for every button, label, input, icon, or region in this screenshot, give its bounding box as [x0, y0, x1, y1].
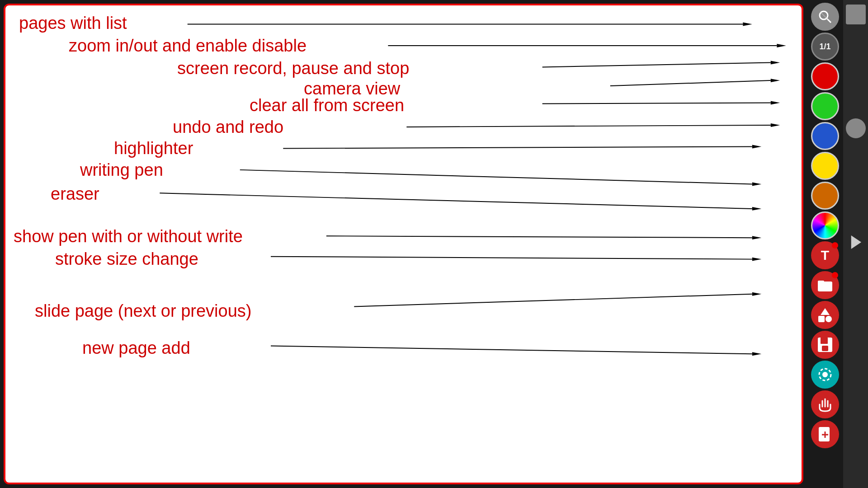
undo-label: undo and redo: [173, 117, 283, 137]
svg-marker-9: [771, 101, 780, 105]
svg-line-14: [240, 170, 752, 184]
search-button[interactable]: [811, 3, 839, 31]
svg-marker-13: [752, 145, 761, 148]
save-icon: [816, 336, 834, 354]
new-page-label: new page add: [82, 338, 190, 358]
add-page-icon: [816, 425, 834, 443]
writing-pen-label: writing pen: [80, 160, 163, 180]
svg-line-22: [354, 294, 752, 307]
svg-rect-32: [818, 316, 825, 322]
text-icon: T: [821, 248, 829, 263]
svg-marker-19: [752, 236, 761, 239]
screen-record-label: screen record, pause and stop: [177, 59, 409, 78]
palette-color-button[interactable]: [811, 211, 839, 239]
shapes-button[interactable]: [811, 301, 839, 329]
folder-notif-dot: [832, 272, 838, 278]
settings-button[interactable]: [811, 361, 839, 389]
svg-rect-36: [822, 346, 828, 351]
hand-button[interactable]: [811, 390, 839, 418]
svg-marker-3: [777, 44, 786, 47]
svg-point-33: [826, 316, 832, 322]
svg-line-24: [271, 346, 752, 354]
eraser-label: eraser: [51, 184, 99, 204]
add-page-button[interactable]: [811, 420, 839, 448]
canvas-area: pages with list zoom in/out and enable d…: [4, 4, 803, 484]
svg-line-8: [542, 103, 771, 104]
save-button[interactable]: [811, 331, 839, 359]
svg-rect-30: [818, 281, 824, 283]
zoom-label: zoom in/out and enable disable: [69, 36, 307, 56]
svg-marker-31: [821, 308, 830, 315]
play-back-button[interactable]: [846, 232, 866, 252]
svg-marker-7: [771, 79, 780, 82]
svg-marker-17: [752, 207, 761, 211]
page-counter: 1/1: [811, 33, 839, 61]
orange-color-button[interactable]: [811, 182, 839, 210]
svg-line-6: [610, 80, 771, 86]
svg-marker-23: [752, 292, 761, 296]
svg-marker-25: [752, 352, 761, 356]
shapes-icon: [816, 306, 834, 324]
svg-marker-21: [752, 258, 761, 261]
gray-circle-control[interactable]: [846, 118, 866, 138]
svg-marker-15: [752, 183, 761, 186]
folder-icon: [816, 276, 834, 294]
svg-line-18: [326, 236, 752, 238]
pages-with-list-label: pages with list: [19, 14, 127, 33]
slide-page-label: slide page (next or previous): [35, 301, 251, 321]
text-button[interactable]: T: [811, 241, 839, 269]
text-notif-dot: [832, 242, 838, 249]
svg-line-12: [283, 146, 752, 148]
svg-rect-35: [821, 338, 828, 344]
red-color-button[interactable]: [811, 62, 839, 90]
settings-icon: [816, 366, 834, 384]
svg-marker-1: [743, 23, 752, 26]
svg-marker-11: [771, 123, 780, 127]
highlighter-label: highlighter: [114, 139, 193, 158]
folder-button[interactable]: [811, 271, 839, 299]
side-controls: [843, 0, 868, 488]
svg-marker-5: [771, 61, 780, 65]
right-toolbar: 1/1 T: [807, 0, 843, 488]
svg-marker-42: [851, 235, 861, 249]
svg-line-16: [160, 193, 752, 209]
stroke-label: stroke size change: [55, 249, 198, 269]
gray-square-control[interactable]: [846, 5, 866, 24]
clear-label: clear all from screen: [250, 96, 404, 115]
yellow-color-button[interactable]: [811, 152, 839, 180]
play-back-icon: [849, 234, 862, 251]
svg-line-20: [271, 257, 752, 259]
hand-icon: [816, 395, 834, 413]
search-icon: [816, 8, 834, 26]
svg-line-10: [406, 125, 770, 127]
blue-color-button[interactable]: [811, 122, 839, 150]
svg-line-4: [542, 63, 771, 67]
show-pen-label: show pen with or without write: [14, 227, 243, 246]
green-color-button[interactable]: [811, 92, 839, 120]
svg-point-37: [822, 372, 828, 377]
